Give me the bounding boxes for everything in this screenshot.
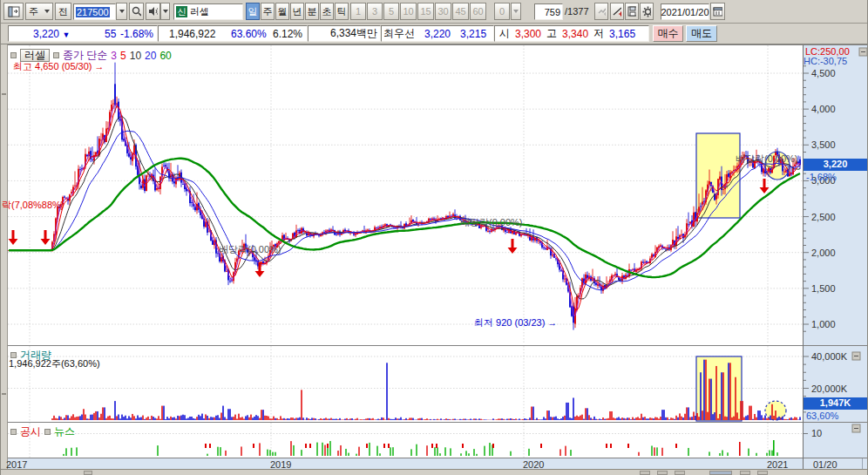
stock-chart-window: 주 전 217500 신 러셀 일 주 월 년 분 초 틱 1 3 5 10 1… xyxy=(0,0,868,475)
bottom-scrollbar-strip[interactable] xyxy=(1,469,868,475)
chart-canvas[interactable] xyxy=(1,0,868,475)
left-window-strip xyxy=(1,44,8,469)
